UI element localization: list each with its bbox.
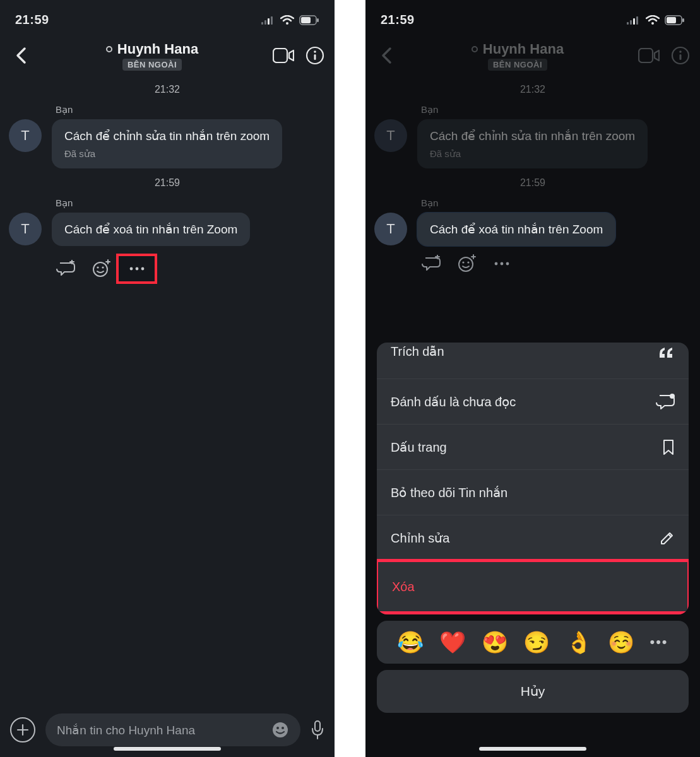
message-actions <box>56 254 326 284</box>
menu-item-mark-unread[interactable]: Đánh dấu là chưa đọc <box>377 379 689 425</box>
svg-point-20 <box>135 267 138 271</box>
action-sheet: Trích dẫn Đánh dấu là chưa đọc Dấu trang… <box>377 343 689 713</box>
svg-rect-1 <box>264 20 266 25</box>
svg-rect-31 <box>633 18 635 25</box>
svg-point-25 <box>276 727 279 729</box>
message-bubble[interactable]: Cách để xoá tin nhắn trên Zoom <box>52 213 250 247</box>
signal-icon <box>627 16 641 25</box>
svg-rect-2 <box>268 18 270 25</box>
reaction-emoji[interactable]: ❤️ <box>439 630 466 655</box>
reply-icon[interactable] <box>56 259 76 279</box>
reaction-icon[interactable] <box>456 254 477 274</box>
reaction-more[interactable]: ••• <box>650 634 668 650</box>
svg-point-50 <box>506 262 509 266</box>
quote-icon <box>658 346 675 359</box>
message-group: Bạn T Cách để xoá tin nhắn trên Zoom <box>9 197 326 285</box>
back-button[interactable] <box>10 45 32 66</box>
message-text: Cách để xoá tin nhắn trên Zoom <box>64 221 237 238</box>
wifi-icon <box>646 15 660 25</box>
statusbar-icons <box>261 15 319 25</box>
menu-item-delete-highlighted: Xóa <box>377 559 689 614</box>
menu-item-unfollow[interactable]: Bỏ theo dõi Tin nhắn <box>377 470 689 515</box>
home-indicator[interactable] <box>114 747 221 751</box>
input-placeholder: Nhắn tin cho Huynh Hana <box>57 723 263 737</box>
svg-point-4 <box>286 22 288 25</box>
statusbar-icons <box>627 15 685 25</box>
message-group: Bạn T Cách để chỉnh sửa tin nhắn trên zo… <box>9 104 326 168</box>
more-icon <box>129 266 145 271</box>
svg-point-51 <box>670 394 675 399</box>
svg-rect-0 <box>261 22 263 25</box>
reply-icon[interactable] <box>421 254 441 274</box>
reaction-picker: 😂 ❤️ 😍 😏 👌 ☺️ ••• <box>377 621 689 664</box>
svg-rect-7 <box>317 18 319 22</box>
svg-point-33 <box>651 22 654 25</box>
message-actions <box>421 254 691 274</box>
message-input[interactable]: Nhắn tin cho Huynh Hana <box>45 713 300 746</box>
attach-button[interactable] <box>10 717 35 742</box>
svg-point-49 <box>501 262 504 266</box>
statusbar: 21:59 <box>0 0 335 35</box>
message-text: Cách để chỉnh sửa tin nhắn trên zoom <box>64 128 270 144</box>
reaction-emoji[interactable]: ☺️ <box>608 630 634 655</box>
menu-item-bookmark[interactable]: Dấu trang <box>377 425 689 470</box>
video-call-button[interactable] <box>273 48 294 63</box>
svg-point-14 <box>93 262 107 276</box>
menu-item-edit[interactable]: Chỉnh sửa <box>377 515 689 561</box>
phone-right: 21:59 Huynh Hana BÊN NGOÀI 21:32 <box>365 0 700 757</box>
phone-left: 21:59 Huynh Hana BÊN NGOÀI 21:32 <box>0 0 335 757</box>
chat-timestamp: 21:59 <box>9 177 326 189</box>
contact-name: Huynh Hana <box>117 41 198 57</box>
avatar: T <box>374 213 407 245</box>
svg-point-26 <box>282 727 284 729</box>
battery-icon <box>665 15 685 25</box>
emoji-button[interactable] <box>271 721 289 739</box>
presence-dot <box>106 46 112 52</box>
chat-timestamp: 21:32 <box>9 84 326 95</box>
svg-rect-27 <box>315 721 320 731</box>
reaction-emoji[interactable]: 😏 <box>523 630 550 655</box>
statusbar-time: 21:59 <box>15 13 49 27</box>
avatar[interactable]: T <box>9 213 42 245</box>
edited-label: Đã sửa <box>64 148 270 160</box>
message-text: Cách để xoá tin nhắn trên Zoom <box>430 221 603 238</box>
reaction-icon[interactable] <box>91 259 111 279</box>
chat-topbar: Huynh Hana BÊN NGOÀI <box>0 35 335 76</box>
context-menu: Trích dẫn Đánh dấu là chưa đọc Dấu trang… <box>377 343 689 614</box>
reaction-emoji[interactable]: 😂 <box>397 630 424 655</box>
reaction-emoji[interactable]: 👌 <box>566 630 592 655</box>
svg-rect-3 <box>271 16 273 25</box>
svg-point-10 <box>314 50 316 53</box>
svg-point-15 <box>97 267 98 269</box>
sender-label: Bạn <box>56 104 326 115</box>
svg-point-21 <box>141 267 144 271</box>
chat-title-block[interactable]: Huynh Hana BÊN NGOÀI <box>39 41 265 71</box>
info-button[interactable] <box>306 46 324 65</box>
menu-item-quote[interactable]: Trích dẫn <box>377 346 689 379</box>
wifi-icon <box>280 15 294 25</box>
svg-point-24 <box>273 722 288 737</box>
reaction-emoji[interactable]: 😍 <box>482 630 508 655</box>
more-icon[interactable] <box>492 254 512 274</box>
message-bubble[interactable]: Cách để chỉnh sửa tin nhắn trên zoom Đã … <box>52 119 282 168</box>
pencil-icon <box>660 531 675 546</box>
avatar[interactable]: T <box>9 119 42 152</box>
chat-area[interactable]: 21:32 Bạn T Cách để chỉnh sửa tin nhắn t… <box>0 76 335 694</box>
home-indicator[interactable] <box>479 747 586 751</box>
svg-rect-8 <box>273 49 287 62</box>
menu-item-delete[interactable]: Xóa <box>378 562 687 611</box>
message-bubble-selected[interactable]: Cách để xoá tin nhắn trên Zoom <box>417 213 615 247</box>
chat-unread-icon <box>656 393 675 411</box>
svg-point-16 <box>102 267 104 269</box>
svg-rect-11 <box>314 54 316 60</box>
mic-button[interactable] <box>311 720 324 740</box>
svg-point-45 <box>467 262 469 264</box>
svg-rect-30 <box>630 20 632 25</box>
svg-point-44 <box>462 262 464 264</box>
svg-rect-35 <box>667 17 676 23</box>
cancel-button[interactable]: Hủy <box>377 670 689 713</box>
external-badge: BÊN NGOÀI <box>122 59 182 71</box>
svg-rect-32 <box>636 16 638 25</box>
more-button-highlighted[interactable] <box>116 254 157 284</box>
svg-rect-29 <box>627 22 629 25</box>
